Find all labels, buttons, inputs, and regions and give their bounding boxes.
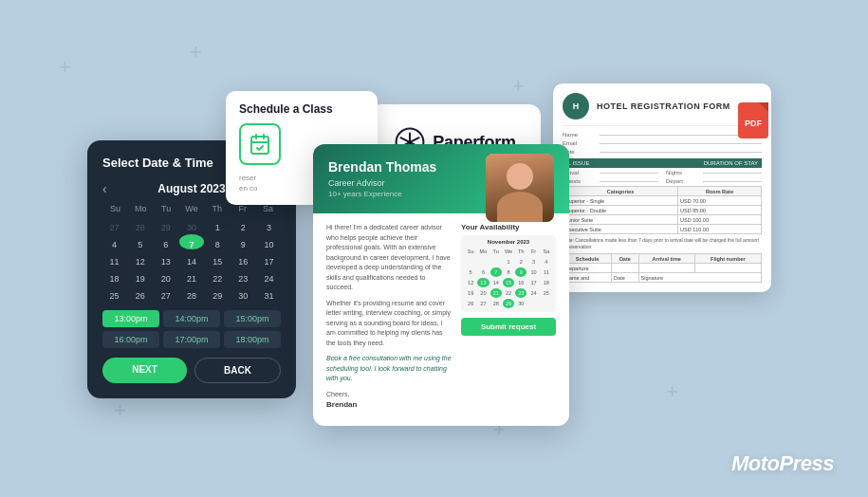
svg-rect-0 — [251, 137, 268, 154]
table-row: Superior - SingleUSD 70.00 — [563, 196, 762, 206]
table-row: Name andDateSignature — [563, 273, 762, 283]
decorative-plus: + — [666, 381, 678, 402]
time-slot[interactable]: 14:00pm — [163, 310, 220, 327]
hotel-note: Note: Cancellations made less than 7 day… — [563, 237, 762, 249]
decorative-plus: + — [512, 76, 525, 97]
hotel-field-row: Arrival Nights — [563, 170, 762, 175]
table-row: Departure — [563, 264, 762, 273]
hotel-card-header: H HOTEL REGISTRATION FORM — [563, 93, 762, 126]
hotel-stay-fields: Arrival Nights Guests Depart — [563, 170, 762, 184]
profile-booking-card: Brendan Thomas Career Advisor 10+ years … — [313, 144, 569, 426]
decorative-plus: + — [114, 400, 126, 421]
cal-action-buttons: NEXT BACK — [102, 358, 281, 383]
calendar-check-icon — [239, 123, 281, 165]
time-slot[interactable]: 16:00pm — [102, 331, 159, 348]
advisor-bio: Hi there! I'm a dedicated career advisor… — [326, 223, 452, 416]
hotel-field-row: Date — [563, 149, 762, 155]
next-button[interactable]: NEXT — [102, 358, 187, 383]
submit-request-button[interactable]: Submit request — [461, 318, 556, 336]
schedule-title: Schedule a Class — [239, 102, 364, 116]
hotel-logo: H — [563, 93, 589, 120]
advisor-photo-inner — [486, 154, 554, 222]
cal-prev-arrow[interactable]: ‹ — [102, 181, 107, 196]
hotel-travel-table: ScheduleDateArrival timeFlight number De… — [563, 253, 762, 283]
mini-calendar: November 2023 SuMoTuWeThFrSa 1234 567891… — [461, 235, 556, 312]
hotel-form-title: HOTEL REGISTRATION FORM — [597, 101, 730, 111]
decorative-plus: + — [190, 42, 202, 63]
decorative-plus: + — [59, 57, 71, 78]
hotel-field-row: Name — [563, 132, 762, 138]
mini-cal-month: November 2023 — [465, 239, 552, 245]
hotel-section-bar: IL ISSUE DURATION OF STAY — [563, 158, 762, 168]
pdf-badge: PDF — [738, 102, 768, 138]
time-slot[interactable]: 17:00pm — [163, 331, 220, 348]
advisor-photo — [486, 154, 554, 222]
time-slot[interactable]: 18:00pm — [224, 331, 281, 348]
cal-days-grid: 27 28 29 30 1 2 3 4 5 6 7 8 9 10 11 12 1… — [102, 217, 281, 301]
table-row: Executive SuiteUSD 110.00 — [563, 225, 762, 234]
pdf-fold-corner — [759, 102, 768, 112]
advisor-sign: Brendan — [326, 400, 357, 409]
cal-month-label: August 2023 — [157, 182, 225, 195]
hotel-field-row: Email — [563, 140, 762, 146]
hotel-form-fields: Name Email Date — [563, 132, 762, 155]
motopress-brand: MotoPress — [731, 451, 834, 476]
mini-cal-days: SuMoTuWeThFrSa 1234 567891011 1213141516… — [465, 247, 552, 308]
profile-body: Hi there! I'm a dedicated career advisor… — [313, 213, 569, 426]
table-row: Superior - DoubleUSD 85.00 — [563, 206, 762, 215]
time-slots-grid: 13:00pm 14:00pm 15:00pm 16:00pm 17:00pm … — [102, 310, 281, 348]
availability-title: Your Availability — [461, 223, 556, 231]
table-row: Junior SuiteUSD 100.00 — [563, 215, 762, 225]
availability-section: Your Availability November 2023 SuMoTuWe… — [461, 223, 556, 416]
pdf-label: PDF — [745, 119, 762, 128]
hotel-rates-table: Categories Room Rate Superior - SingleUS… — [563, 186, 762, 234]
cal-day-headers: Su Mo Tu We Th Fr Sa — [102, 204, 281, 213]
time-slot[interactable]: 13:00pm — [102, 310, 159, 327]
hotel-field-row: Guests Depart — [563, 178, 762, 184]
time-slot[interactable]: 15:00pm — [224, 310, 281, 327]
profile-header: Brendan Thomas Career Advisor 10+ years … — [313, 144, 569, 213]
back-button[interactable]: BACK — [194, 358, 281, 383]
